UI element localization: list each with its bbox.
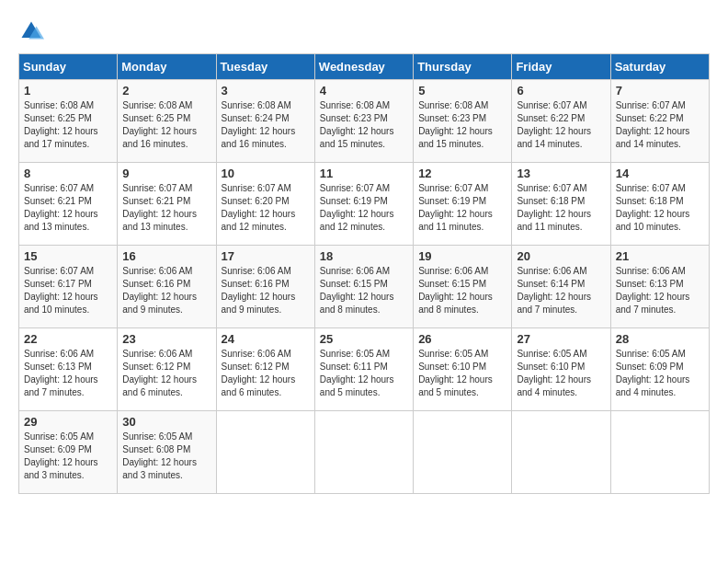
day-number: 26 [418, 332, 506, 346]
calendar-header: SundayMondayTuesdayWednesdayThursdayFrid… [19, 54, 710, 80]
day-number: 11 [320, 167, 408, 180]
day-info: Sunrise: 6:07 AM Sunset: 6:20 PM Dayligh… [222, 182, 310, 234]
header-cell-tuesday: Tuesday [216, 54, 314, 80]
day-cell-19: 19 Sunrise: 6:06 AM Sunset: 6:15 PM Dayl… [414, 246, 512, 328]
day-info: Sunrise: 6:07 AM Sunset: 6:18 PM Dayligh… [517, 182, 605, 234]
day-number: 3 [222, 84, 310, 98]
day-number: 28 [616, 332, 704, 346]
day-cell-6: 6Sunrise: 6:07 AMSunset: 6:22 PMDaylight… [512, 80, 610, 163]
day-cell-8: 8 Sunrise: 6:07 AM Sunset: 6:21 PM Dayli… [19, 163, 118, 246]
empty-cell [610, 411, 709, 494]
day-cell-3: 3Sunrise: 6:08 AMSunset: 6:24 PMDaylight… [216, 80, 314, 163]
day-number: 27 [517, 332, 605, 346]
day-number: 15 [24, 249, 112, 263]
day-number: 22 [24, 332, 112, 346]
day-info: Sunrise: 6:06 AM Sunset: 6:13 PM Dayligh… [616, 265, 704, 316]
day-cell-12: 12 Sunrise: 6:07 AM Sunset: 6:19 PM Dayl… [414, 163, 512, 246]
day-info: Sunrise: 6:05 AM Sunset: 6:11 PM Dayligh… [320, 348, 408, 399]
day-info: Sunrise: 6:08 AMSunset: 6:24 PMDaylight:… [222, 99, 310, 151]
day-cell-18: 18 Sunrise: 6:06 AM Sunset: 6:15 PM Dayl… [314, 246, 413, 328]
day-number: 14 [616, 167, 704, 180]
day-cell-24: 24 Sunrise: 6:06 AM Sunset: 6:12 PM Dayl… [216, 328, 314, 411]
day-number: 21 [616, 249, 704, 263]
day-info: Sunrise: 6:05 AM Sunset: 6:10 PM Dayligh… [517, 348, 605, 399]
day-number: 7 [616, 84, 704, 98]
calendar-week-1: 8 Sunrise: 6:07 AM Sunset: 6:21 PM Dayli… [19, 163, 710, 246]
day-cell-5: 5Sunrise: 6:08 AMSunset: 6:23 PMDaylight… [414, 80, 512, 163]
day-info: Sunrise: 6:07 AM Sunset: 6:18 PM Dayligh… [616, 182, 704, 234]
calendar-week-4: 29 Sunrise: 6:05 AM Sunset: 6:09 PM Dayl… [19, 411, 710, 494]
day-info: Sunrise: 6:05 AM Sunset: 6:10 PM Dayligh… [418, 348, 506, 399]
day-info: Sunrise: 6:05 AM Sunset: 6:09 PM Dayligh… [616, 348, 704, 399]
day-number: 29 [24, 415, 112, 429]
day-number: 30 [122, 415, 210, 429]
day-info: Sunrise: 6:07 AM Sunset: 6:21 PM Dayligh… [122, 182, 210, 234]
day-info: Sunrise: 6:05 AM Sunset: 6:08 PM Dayligh… [122, 431, 210, 482]
day-cell-23: 23 Sunrise: 6:06 AM Sunset: 6:12 PM Dayl… [118, 328, 216, 411]
empty-cell [314, 411, 413, 494]
day-info: Sunrise: 6:07 AM Sunset: 6:17 PM Dayligh… [24, 265, 112, 316]
page-header [18, 18, 710, 44]
day-info: Sunrise: 6:08 AMSunset: 6:25 PMDaylight:… [24, 99, 112, 151]
day-info: Sunrise: 6:06 AM Sunset: 6:16 PM Dayligh… [222, 265, 310, 316]
day-info: Sunrise: 6:07 AM Sunset: 6:19 PM Dayligh… [418, 182, 506, 234]
day-cell-14: 14 Sunrise: 6:07 AM Sunset: 6:18 PM Dayl… [610, 163, 709, 246]
day-number: 17 [222, 249, 310, 263]
day-info: Sunrise: 6:06 AM Sunset: 6:12 PM Dayligh… [222, 348, 310, 399]
calendar-week-2: 15 Sunrise: 6:07 AM Sunset: 6:17 PM Dayl… [19, 246, 710, 328]
day-info: Sunrise: 6:07 AM Sunset: 6:21 PM Dayligh… [24, 182, 112, 234]
day-number: 5 [418, 84, 506, 98]
day-number: 16 [122, 249, 210, 263]
day-info: Sunrise: 6:07 AM Sunset: 6:19 PM Dayligh… [320, 182, 408, 234]
day-cell-25: 25 Sunrise: 6:05 AM Sunset: 6:11 PM Dayl… [314, 328, 413, 411]
day-cell-30: 30 Sunrise: 6:05 AM Sunset: 6:08 PM Dayl… [118, 411, 216, 494]
day-cell-29: 29 Sunrise: 6:05 AM Sunset: 6:09 PM Dayl… [19, 411, 118, 494]
header-cell-friday: Friday [512, 54, 610, 80]
day-cell-9: 9 Sunrise: 6:07 AM Sunset: 6:21 PM Dayli… [118, 163, 216, 246]
day-info: Sunrise: 6:05 AM Sunset: 6:09 PM Dayligh… [24, 431, 112, 482]
day-info: Sunrise: 6:06 AM Sunset: 6:16 PM Dayligh… [122, 265, 210, 316]
day-cell-20: 20 Sunrise: 6:06 AM Sunset: 6:14 PM Dayl… [512, 246, 610, 328]
day-info: Sunrise: 6:06 AM Sunset: 6:13 PM Dayligh… [24, 348, 112, 399]
empty-cell [216, 411, 314, 494]
calendar-body: 1Sunrise: 6:08 AMSunset: 6:25 PMDaylight… [19, 80, 710, 494]
empty-cell [414, 411, 512, 494]
day-number: 10 [222, 167, 310, 180]
day-number: 6 [517, 84, 605, 98]
day-cell-17: 17 Sunrise: 6:06 AM Sunset: 6:16 PM Dayl… [216, 246, 314, 328]
logo [18, 18, 48, 44]
day-info: Sunrise: 6:08 AMSunset: 6:23 PMDaylight:… [320, 99, 408, 151]
header-cell-saturday: Saturday [610, 54, 709, 80]
day-cell-10: 10 Sunrise: 6:07 AM Sunset: 6:20 PM Dayl… [216, 163, 314, 246]
day-cell-16: 16 Sunrise: 6:06 AM Sunset: 6:16 PM Dayl… [118, 246, 216, 328]
day-info: Sunrise: 6:07 AMSunset: 6:22 PMDaylight:… [616, 99, 704, 151]
day-number: 1 [24, 84, 112, 98]
day-info: Sunrise: 6:06 AM Sunset: 6:15 PM Dayligh… [418, 265, 506, 316]
day-cell-1: 1Sunrise: 6:08 AMSunset: 6:25 PMDaylight… [19, 80, 118, 163]
calendar-week-3: 22 Sunrise: 6:06 AM Sunset: 6:13 PM Dayl… [19, 328, 710, 411]
day-cell-27: 27 Sunrise: 6:05 AM Sunset: 6:10 PM Dayl… [512, 328, 610, 411]
day-cell-26: 26 Sunrise: 6:05 AM Sunset: 6:10 PM Dayl… [414, 328, 512, 411]
day-number: 24 [222, 332, 310, 346]
day-info: Sunrise: 6:08 AMSunset: 6:23 PMDaylight:… [418, 99, 506, 151]
day-cell-15: 15 Sunrise: 6:07 AM Sunset: 6:17 PM Dayl… [19, 246, 118, 328]
empty-cell [512, 411, 610, 494]
day-info: Sunrise: 6:06 AM Sunset: 6:12 PM Dayligh… [122, 348, 210, 399]
calendar-week-0: 1Sunrise: 6:08 AMSunset: 6:25 PMDaylight… [19, 80, 710, 163]
day-cell-22: 22 Sunrise: 6:06 AM Sunset: 6:13 PM Dayl… [19, 328, 118, 411]
header-row: SundayMondayTuesdayWednesdayThursdayFrid… [19, 54, 710, 80]
day-number: 13 [517, 167, 605, 180]
day-info: Sunrise: 6:07 AMSunset: 6:22 PMDaylight:… [517, 99, 605, 151]
day-number: 20 [517, 249, 605, 263]
day-number: 8 [24, 167, 112, 180]
day-number: 19 [418, 249, 506, 263]
logo-icon [18, 18, 44, 44]
day-number: 23 [122, 332, 210, 346]
day-number: 12 [418, 167, 506, 180]
day-cell-2: 2Sunrise: 6:08 AMSunset: 6:25 PMDaylight… [118, 80, 216, 163]
header-cell-thursday: Thursday [414, 54, 512, 80]
header-cell-wednesday: Wednesday [314, 54, 413, 80]
day-cell-7: 7Sunrise: 6:07 AMSunset: 6:22 PMDaylight… [610, 80, 709, 163]
day-cell-21: 21 Sunrise: 6:06 AM Sunset: 6:13 PM Dayl… [610, 246, 709, 328]
day-number: 9 [122, 167, 210, 180]
